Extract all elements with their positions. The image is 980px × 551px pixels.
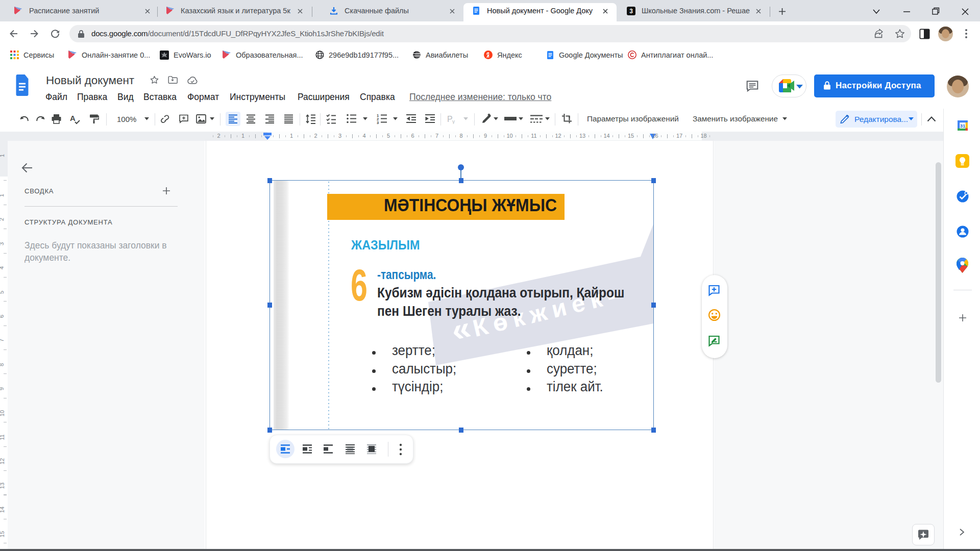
svg-text:A: A <box>70 114 76 122</box>
svg-text:3: 3 <box>629 8 633 15</box>
svg-text:3: 3 <box>377 120 379 124</box>
svg-text:31: 31 <box>960 123 966 129</box>
svg-text:y: y <box>452 119 455 124</box>
